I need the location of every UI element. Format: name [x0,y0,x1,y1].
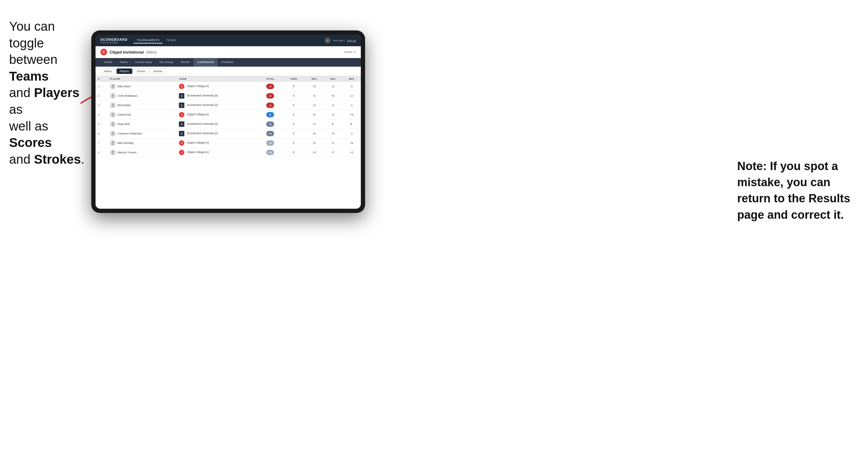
table-row[interactable]: 1 Elliot Ebert C Clippd College [A] -8 F… [96,82,361,91]
score-badge: -2 [266,102,274,108]
cell-rd3: -5 [342,82,361,91]
cell-rd1: +2 [305,148,323,157]
toggle-scores[interactable]: Scores [133,68,149,74]
cell-rd2: -6 [323,82,342,91]
cell-total: E [258,110,283,120]
svg-point-5 [112,123,114,124]
tablet-device: SCOREBOARD Powered by clippd TOURNAMENTS… [91,30,365,213]
annotation-line5: and [9,152,34,166]
right-annotation: Note: If you spot a mistake, you can ret… [737,158,853,223]
tab-course-setup[interactable]: Course Setup [131,58,155,67]
cell-thru: F [283,82,305,91]
cell-rd3: +6 [342,138,361,148]
col-rd3: RD3 [342,76,361,82]
annotation-line3: and [9,86,34,100]
tournament-name: C Clippd Invitational (Men) [100,49,157,55]
team-logo: C [179,112,184,118]
tab-details[interactable]: Details [100,58,116,67]
cell-player: Chris Robertson [107,91,177,101]
table-body: 1 Elliot Ebert C Clippd College [A] -8 F… [96,82,361,157]
toggle-strokes[interactable]: Strokes [150,68,166,74]
nav-bar: SCOREBOARD Powered by clippd TOURNAMENTS… [96,35,361,46]
cancel-button[interactable]: Cancel ✕ [344,51,356,54]
toggle-teams[interactable]: Teams [100,68,115,74]
table-row[interactable]: 6 Cameron Robertson S Scoreboard Univers… [96,129,361,138]
col-rd2: RD2 [323,76,342,82]
cell-pos: 2 [96,91,107,101]
svg-point-6 [112,132,114,134]
toggle-bar: Teams Players Scores Strokes [96,67,361,76]
cell-thru: F [283,101,305,110]
cell-total: -8 [258,82,283,91]
user-name: Test User | [333,39,345,42]
sign-out-link[interactable]: Sign out [347,39,356,42]
cell-rd2: -2 [323,101,342,110]
annotation-bold-players: Players [34,86,80,100]
cell-total: +6 [258,129,283,138]
table-row[interactable]: 3 Rich Butler S Scoreboard University [A… [96,101,361,110]
tab-results[interactable]: Results [177,58,193,67]
left-annotation: You can toggle between Teams and Players… [9,18,88,168]
tournament-header: C Clippd Invitational (Men) Cancel ✕ [96,46,361,58]
cell-thru: F [283,110,305,120]
cell-total: -4 [258,91,283,101]
cell-player: Rich Butler [107,101,177,110]
score-badge: -4 [266,93,274,99]
user-avatar: U [324,37,331,43]
cell-pos: 5 [96,120,107,129]
toggle-players[interactable]: Players [117,68,132,74]
annotation-line4: well as [9,119,48,133]
cell-rd1: +5 [305,129,323,138]
cell-rd2: -4 [323,110,342,120]
svg-point-4 [112,113,114,115]
cell-total: +8 [258,138,283,148]
tab-printables[interactable]: Printables [218,58,237,67]
cell-pos: 3 [96,101,107,110]
table-row[interactable]: 4 David Ford C Clippd College [A] E F +1… [96,110,361,120]
table-row[interactable]: 2 Chris Robertson S Scoreboard Universit… [96,91,361,101]
tab-leaderboards[interactable]: Leaderboards [193,58,218,67]
score-badge: -8 [266,84,274,89]
col-rd1: RD1 [305,76,323,82]
leaderboard-table: # PLAYER TEAM TOTAL THRU RD1 RD2 RD3 1 [96,76,361,209]
score-badge: +6 [266,131,274,136]
cell-rd1: +1 [305,120,323,129]
player-avatar [110,102,116,108]
col-total: TOTAL [258,76,283,82]
tab-tee-groups[interactable]: Tee Groups [155,58,177,67]
table-row[interactable]: 8 Marcus Turners C Clippd College [A] +1… [96,148,361,157]
svg-point-3 [112,104,114,105]
team-logo: C [179,140,184,146]
annotation-as: as [9,102,23,117]
cell-team: C Clippd College [A] [177,138,258,148]
team-logo: C [179,84,184,89]
cell-team: S Scoreboard University [A] [177,129,258,138]
cell-rd3: E [342,120,361,129]
cell-rd3: -1 [342,101,361,110]
tab-teams[interactable]: Teams [116,58,132,67]
score-badge: E [266,112,274,118]
player-avatar [110,93,116,99]
team-logo: C [179,150,184,155]
team-logo: S [179,93,184,99]
col-team: TEAM [177,76,258,82]
table-row[interactable]: 7 Blair McHarg C Clippd College [A] +8 F… [96,138,361,148]
logo-area: SCOREBOARD Powered by clippd [100,38,127,43]
player-avatar [110,130,116,136]
svg-point-2 [112,94,114,96]
cell-team: C Clippd College [A] [177,110,258,120]
col-pos: # [96,76,107,82]
cell-thru: F [283,91,305,101]
nav-teams[interactable]: TEAMS [163,37,180,43]
cell-player: Marcus Turners [107,148,177,157]
tab-bar: Details Teams Course Setup Tee Groups Re… [96,58,361,67]
nav-tournaments[interactable]: TOURNAMENTS [133,37,162,43]
score-badge: +11 [266,150,274,155]
cell-total: -2 [258,101,283,110]
cell-rd3: -4 [342,91,361,101]
player-avatar [110,112,116,118]
logo-sub: Powered by clippd [100,41,127,43]
cell-player: Rees Britt [107,120,177,129]
team-logo: S [179,131,184,136]
table-row[interactable]: 5 Rees Britt S Scoreboard University [A]… [96,120,361,129]
